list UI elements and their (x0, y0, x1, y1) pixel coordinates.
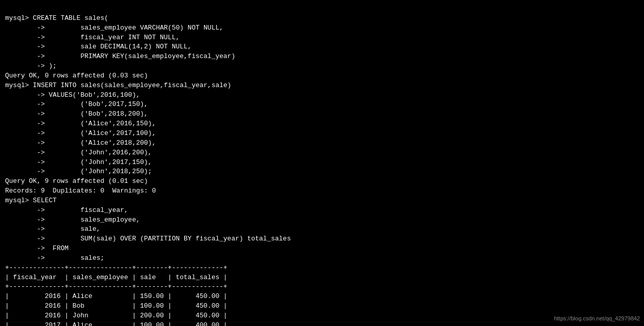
terminal-line: +--------------+----------------+-------… (5, 282, 639, 292)
terminal-line: -> sales; (5, 254, 639, 263)
terminal-line: -> ('Alice',2018,200), (5, 139, 639, 148)
terminal-line: -> FROM (5, 244, 639, 254)
terminal-line: -> VALUES('Bob',2016,100), (5, 91, 639, 100)
terminal-line: -> ); (5, 62, 639, 71)
terminal-line: -> sale DECIMAL(14,2) NOT NULL, (5, 42, 639, 52)
terminal-line: -> fiscal_year, (5, 206, 639, 215)
terminal-line: | fiscal_year | sales_employee | sale | … (5, 273, 639, 283)
watermark: https://blog.csdn.net/qq_42979842 (554, 315, 640, 323)
terminal-line: | 2017 | Alice | 100.00 | 400.00 | (5, 321, 639, 326)
terminal-line: -> ('Alice',2016,150), (5, 119, 639, 129)
terminal-output: mysql> CREATE TABLE sales( -> sales_empl… (5, 4, 639, 326)
terminal-line: | 2016 | Alice | 150.00 | 450.00 | (5, 292, 639, 302)
terminal-line: | 2016 | John | 200.00 | 450.00 | (5, 311, 639, 321)
terminal-line: +--------------+----------------+-------… (5, 263, 639, 273)
terminal-line: -> ('Bob',2017,150), (5, 100, 639, 110)
terminal-line: mysql> INSERT INTO sales(sales_employee,… (5, 81, 639, 91)
terminal-line: -> ('John',2017,150), (5, 158, 639, 168)
terminal-line: -> sales_employee VARCHAR(50) NOT NULL, (5, 23, 639, 33)
terminal-line: | 2016 | Bob | 100.00 | 450.00 | (5, 302, 639, 311)
terminal-line: Records: 9 Duplicates: 0 Warnings: 0 (5, 186, 639, 196)
terminal-line: -> sales_employee, (5, 215, 639, 225)
terminal-line: -> ('Bob',2018,200), (5, 110, 639, 119)
terminal-line: -> SUM(sale) OVER (PARTITION BY fiscal_y… (5, 234, 639, 244)
terminal-line: mysql> CREATE TABLE sales( (5, 14, 639, 23)
terminal-line: Query OK, 0 rows affected (0.03 sec) (5, 71, 639, 81)
terminal-line: -> sale, (5, 225, 639, 234)
terminal-line: -> PRIMARY KEY(sales_employee,fiscal_yea… (5, 52, 639, 62)
terminal-line: -> ('Alice',2017,100), (5, 129, 639, 139)
terminal-line: -> ('John',2018,250); (5, 167, 639, 177)
terminal-line: mysql> SELECT (5, 196, 639, 206)
terminal-line: -> fiscal_year INT NOT NULL, (5, 33, 639, 43)
terminal-line: Query OK, 9 rows affected (0.01 sec) (5, 177, 639, 186)
terminal-line: -> ('John',2016,200), (5, 148, 639, 158)
